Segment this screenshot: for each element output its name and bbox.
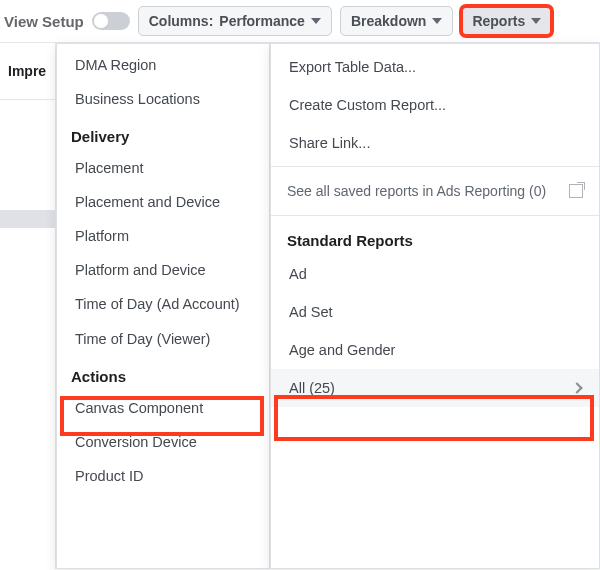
reports-item-all[interactable]: All (25) <box>271 369 599 407</box>
content-area: Impre DMA Region Business Locations Deli… <box>0 43 600 569</box>
breakdown-item-platform-device[interactable]: Platform and Device <box>57 253 269 287</box>
caret-down-icon <box>531 18 541 24</box>
table-row-placeholder <box>0 210 55 228</box>
breakdown-item-placement[interactable]: Placement <box>57 151 269 185</box>
reports-item-label: Export Table Data... <box>289 59 416 75</box>
columns-prefix: Columns: <box>149 13 214 29</box>
reports-item-label: Ad Set <box>289 304 333 320</box>
reports-item-create-custom-report[interactable]: Create Custom Report... <box>271 86 599 124</box>
breakdown-item-conversion-device[interactable]: Conversion Device <box>57 425 269 459</box>
reports-item-ad-set[interactable]: Ad Set <box>271 293 599 331</box>
breakdown-button[interactable]: Breakdown <box>340 6 453 36</box>
breakdown-item-platform[interactable]: Platform <box>57 219 269 253</box>
breakdown-item-business-locations[interactable]: Business Locations <box>57 82 269 116</box>
breakdown-item-product-id[interactable]: Product ID <box>57 459 269 493</box>
chevron-right-icon <box>571 382 582 393</box>
columns-button[interactable]: Columns: Performance <box>138 6 332 36</box>
divider <box>271 215 599 216</box>
reports-item-saved-reports[interactable]: See all saved reports in Ads Reporting (… <box>271 171 599 211</box>
reports-dropdown: Export Table Data... Create Custom Repor… <box>270 43 600 569</box>
reports-item-label: Age and Gender <box>289 342 395 358</box>
reports-item-label: Ad <box>289 266 307 282</box>
breakdown-item-dma-region[interactable]: DMA Region <box>57 48 269 82</box>
reports-item-export-table-data[interactable]: Export Table Data... <box>271 48 599 86</box>
breakdown-item-placement-device[interactable]: Placement and Device <box>57 185 269 219</box>
reports-section-standard: Standard Reports <box>271 220 599 255</box>
reports-item-label: Share Link... <box>289 135 370 151</box>
breakdown-item-time-of-day-viewer[interactable]: Time of Day (Viewer) <box>57 322 269 356</box>
reports-item-share-link[interactable]: Share Link... <box>271 124 599 162</box>
caret-down-icon <box>311 18 321 24</box>
reports-item-age-gender[interactable]: Age and Gender <box>271 331 599 369</box>
view-setup-toggle[interactable] <box>92 12 130 30</box>
reports-item-label: Create Custom Report... <box>289 97 446 113</box>
reports-item-label: All (25) <box>289 380 335 396</box>
reports-button[interactable]: Reports <box>461 6 552 36</box>
columns-value: Performance <box>219 13 305 29</box>
view-setup-label: View Setup <box>4 13 84 30</box>
breakdown-item-time-of-day-ad-account[interactable]: Time of Day (Ad Account) <box>57 287 269 322</box>
reports-label: Reports <box>472 13 525 29</box>
table-left-column: Impre <box>0 43 56 569</box>
external-link-icon <box>569 184 583 198</box>
saved-reports-label: See all saved reports in Ads Reporting (… <box>287 183 546 199</box>
reports-item-ad[interactable]: Ad <box>271 255 599 293</box>
breakdown-section-delivery: Delivery <box>57 116 269 151</box>
caret-down-icon <box>432 18 442 24</box>
breakdown-dropdown: DMA Region Business Locations Delivery P… <box>56 43 270 569</box>
breakdown-label: Breakdown <box>351 13 426 29</box>
breakdown-item-canvas-component[interactable]: Canvas Component <box>57 391 269 425</box>
column-header-impressions: Impre <box>0 43 55 100</box>
breakdown-section-actions: Actions <box>57 356 269 391</box>
divider <box>271 166 599 167</box>
toolbar: View Setup Columns: Performance Breakdow… <box>0 0 600 43</box>
